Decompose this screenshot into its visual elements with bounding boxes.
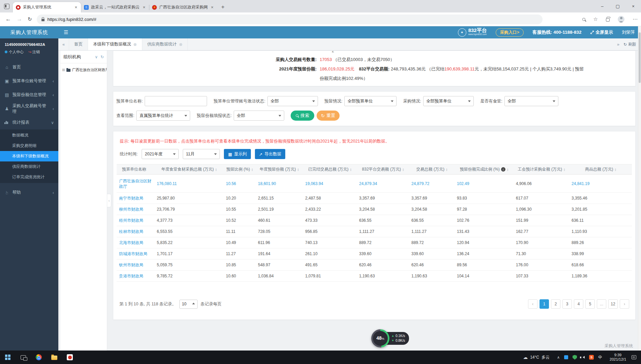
fill-status-select[interactable]: 全部 [234, 111, 284, 121]
maximize-button[interactable]: ▢ [610, 0, 625, 12]
unit-name-link[interactable]: 梧州市财政局 [117, 215, 154, 226]
unit-name-link[interactable]: 钦州市财政局 [117, 260, 154, 271]
app-832-button[interactable] [62, 351, 78, 364]
start-button[interactable] [0, 351, 16, 364]
close-tab-icon[interactable]: × [142, 5, 146, 10]
page-button[interactable]: ‹ [528, 299, 537, 309]
hamburger-menu-icon[interactable]: ☰ [58, 29, 74, 35]
reserve-status-select[interactable]: 全部预算单位 [344, 96, 397, 106]
column-header[interactable]: 已完结交易总额 (万元)i▴▾ [303, 164, 357, 175]
sidebar-item-trade-accounts[interactable]: ♟ 采购人交易账号管理 ‹ [0, 102, 58, 116]
column-header[interactable]: 预留比例 (%)i▴▾ [224, 164, 256, 175]
unit-name-input[interactable] [145, 96, 207, 106]
username[interactable]: 刘荣萍 [622, 29, 635, 35]
network-speed-widget[interactable]: 48% ▲0.1K/s ▼0.8K/s [371, 329, 409, 347]
sort-icon[interactable]: ▴▾ [446, 168, 447, 171]
minimize-button[interactable]: – [594, 0, 610, 12]
forward-icon[interactable]: → [17, 16, 22, 23]
submenu-item[interactable]: 本级和下级数据概况 [0, 151, 58, 161]
reload-icon[interactable]: ↻ [28, 16, 32, 22]
column-header[interactable]: 工会预计采购金额 (万元)i▴▾ [514, 164, 569, 175]
unit-name-link[interactable]: 桂林市财政局 [117, 226, 154, 237]
expand-node-icon[interactable]: ⊞ [62, 68, 65, 72]
logout-link[interactable]: ↪注销 [28, 50, 40, 55]
page-button[interactable]: 3 [562, 299, 572, 309]
sidebar-item-help[interactable]: ☞ 帮助 ‹ [0, 186, 58, 200]
unit-name-link[interactable]: 南宁市财政局 [117, 193, 154, 204]
security-shield-icon[interactable] [573, 355, 577, 360]
sort-icon[interactable]: ▴▾ [615, 168, 616, 171]
page-button[interactable]: 5 [585, 299, 595, 309]
scope-select[interactable]: 直属预算单位统计 [136, 111, 190, 121]
close-tab-icon[interactable]: ⊗ [134, 42, 137, 47]
file-explorer-button[interactable] [47, 351, 62, 364]
chevron-down-icon[interactable]: ∨ [95, 55, 98, 59]
taskbar-clock[interactable]: 9:39 2021/12/1 [606, 353, 630, 362]
unit-name-link[interactable]: 柳州市财政局 [117, 204, 154, 215]
profile-avatar[interactable] [618, 16, 624, 23]
sort-icon[interactable]: ▴▾ [297, 168, 299, 171]
sort-icon[interactable]: ▴▾ [252, 168, 253, 171]
sidebar-item-reports[interactable]: 统计报表 ∨ [0, 116, 58, 129]
page-button[interactable]: 1 [540, 299, 549, 309]
page-button[interactable]: › [620, 299, 629, 309]
export-data-button[interactable]: ↗导出数据 [255, 149, 285, 159]
weather-widget[interactable]: ☁ 14°C 多云 [519, 355, 554, 360]
purchase-entry-button[interactable]: 采购入口> [496, 28, 524, 37]
hidden-icons-chevron[interactable]: ∧ [557, 355, 560, 360]
sort-icon[interactable]: ▴▾ [350, 168, 351, 171]
scrollbar-thumb[interactable] [639, 32, 641, 83]
sort-icon[interactable]: ▴▾ [507, 168, 508, 171]
column-header[interactable]: 年度食堂食材采购总额 (万元)i▴▾ [154, 164, 224, 175]
browser-tab-3[interactable]: ★ 广西壮族自治区政府采购网 × [149, 2, 217, 12]
sidebar-item-home[interactable]: ⌂ 首页 [0, 60, 58, 74]
chrome-taskbar-button[interactable] [31, 351, 47, 364]
refresh-page-button[interactable]: ↻刷新 [623, 41, 636, 47]
column-header[interactable]: 商品总额 (万元)i▴▾ [569, 164, 632, 175]
submenu-item[interactable]: 订单完成情况统计 [0, 172, 58, 182]
collections-icon[interactable] [606, 18, 610, 22]
favorites-star-icon[interactable]: ☆ [593, 16, 598, 22]
column-header[interactable]: 832平台交易额 (万元)i▴▾ [357, 164, 409, 175]
submenu-item[interactable]: 数据概况 [0, 130, 58, 141]
tab-actions-icon[interactable] [4, 4, 9, 9]
sidebar-item-quota-info[interactable]: ▤ 预留份额信息管理 ‹ [0, 88, 58, 102]
search-button[interactable]: 搜索 [291, 111, 314, 121]
column-header[interactable]: 预留份额完成比例 (%)i▴▾ [455, 164, 514, 175]
month-select[interactable]: 11月 [183, 149, 220, 159]
new-tab-button[interactable]: + [217, 4, 229, 12]
page-scrollbar[interactable] [638, 26, 641, 351]
zoom-search-icon[interactable] [582, 18, 585, 21]
refresh-tree-icon[interactable]: ↻ [100, 55, 104, 59]
submenu-item[interactable]: 供应商数据统计 [0, 161, 58, 172]
column-header[interactable]: 年度预留份额 (万元)i▴▾ [256, 164, 303, 175]
collapse-tree-handle[interactable]: ‹ [107, 194, 111, 207]
page-button[interactable]: 2 [551, 299, 560, 309]
url-text[interactable]: https://cg.fupin832.com/# [48, 17, 96, 22]
sort-icon[interactable]: ▴▾ [215, 168, 217, 171]
page-tab[interactable]: 首页 ⊗ [69, 38, 88, 50]
unit-name-link[interactable]: 广西壮族自治区财政厅 [117, 175, 154, 193]
page-size-select[interactable]: 10 [179, 300, 198, 309]
canteen-select[interactable]: 全部 [504, 96, 558, 106]
reset-button[interactable]: ↻重置 [317, 111, 340, 121]
back-icon[interactable]: ← [5, 16, 11, 23]
unit-name-link[interactable]: 防城港市财政局 [117, 248, 154, 260]
fullscreen-button[interactable]: ⤢全屏显示 [590, 29, 613, 35]
column-header[interactable]: 预算单位名称i▴▾ [117, 164, 154, 175]
close-tab-icon[interactable]: × [210, 5, 214, 10]
show-columns-button[interactable]: ▦显示列 [224, 149, 251, 159]
column-header[interactable]: 交易总额 (万元)i▴▾ [409, 164, 455, 175]
task-view-button[interactable] [16, 351, 31, 364]
purchase-status-select[interactable]: 全部预算单位 [423, 96, 474, 106]
page-tab[interactable]: 供应商数据统计 ⊗ [142, 38, 188, 50]
page-button[interactable]: ... [597, 299, 606, 309]
page-tab[interactable]: 本级和下级数据概况 ⊗ [88, 38, 142, 50]
unit-name-link[interactable]: 贵港市财政局 [117, 271, 154, 282]
ime-indicator[interactable]: 中 [598, 355, 602, 360]
year-select[interactable]: 2021年度 [142, 149, 179, 159]
info-icon[interactable]: i [501, 167, 505, 172]
browser-tab-1[interactable]: 采购人管理系统 × [13, 2, 81, 12]
browser-tab-2[interactable]: 云 政采云，一站式政府采购云平台- × [81, 2, 149, 12]
close-tab-icon[interactable]: ⊗ [179, 42, 182, 47]
